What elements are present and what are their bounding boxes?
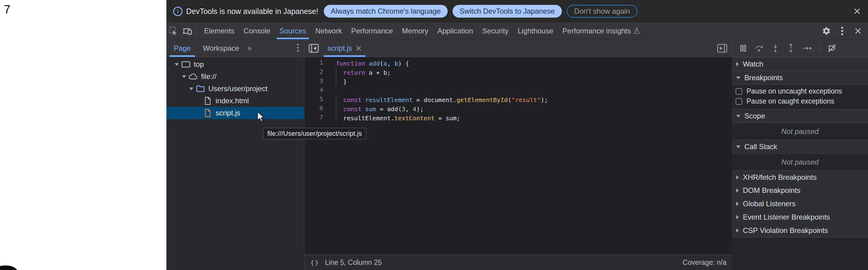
main-tab-lighthouse[interactable]: Lighthouse xyxy=(513,23,558,39)
code-line xyxy=(336,86,548,95)
section-event-listener-breakpoints[interactable]: Event Listener Breakpoints xyxy=(732,210,868,224)
checkbox-unchecked[interactable] xyxy=(736,98,742,105)
main-tab-security[interactable]: Security xyxy=(478,23,513,39)
indent-guide xyxy=(336,104,343,114)
checkbox-row[interactable]: Pause on uncaught exceptions xyxy=(732,86,868,96)
frame-icon xyxy=(181,61,190,68)
file-tab-label: script.js xyxy=(328,44,352,53)
main-tab-performance[interactable]: Performance xyxy=(346,23,397,39)
main-tab-console[interactable]: Console xyxy=(239,23,275,39)
main-tab-sources[interactable]: Sources xyxy=(275,23,311,39)
hide-navigator-panel-icon[interactable] xyxy=(309,44,319,53)
step-icon[interactable] xyxy=(802,44,812,53)
infobar-button[interactable]: Switch DevTools to Japanese xyxy=(453,5,562,18)
navigator-tab-page[interactable]: Page xyxy=(169,39,195,57)
main-tab-application[interactable]: Application xyxy=(433,23,477,39)
section-label: DOM Breakpoints xyxy=(743,186,800,195)
code-token: = add( xyxy=(376,106,402,113)
main-tab-performance-insights[interactable]: Performance insights xyxy=(558,23,645,39)
main-tab-label: Elements xyxy=(204,27,235,35)
main-tab-label: Performance insights xyxy=(562,27,631,35)
file-navigator-pane: topfile://Users/user/projectindex.htmlsc… xyxy=(166,57,304,270)
tree-item-script-js[interactable]: script.js xyxy=(166,107,304,119)
section-call-stack[interactable]: Call Stack xyxy=(732,140,868,153)
navigator-tab-workspace[interactable]: Workspace xyxy=(198,39,244,57)
pretty-print-icon[interactable]: {} xyxy=(310,259,319,266)
code-line: } xyxy=(336,77,548,86)
inspect-element-icon[interactable] xyxy=(166,23,180,39)
section-watch[interactable]: Watch xyxy=(732,57,868,71)
js-file-icon xyxy=(204,109,211,117)
infobar-close-icon[interactable] xyxy=(852,6,862,16)
section-dom-breakpoints[interactable]: DOM Breakpoints xyxy=(732,184,868,197)
section-scope[interactable]: Scope xyxy=(732,109,868,123)
checkbox-row[interactable]: Pause on caught exceptions xyxy=(732,96,868,106)
code-token: ( xyxy=(380,60,383,67)
code-token: add xyxy=(369,60,380,67)
toolbar-divider xyxy=(197,26,197,35)
code-line: return a + b; xyxy=(336,68,548,77)
file-html-wrap xyxy=(202,97,213,105)
infobar-button[interactable]: Always match Chrome's language xyxy=(324,5,448,18)
section-breakpoints[interactable]: Breakpoints xyxy=(732,71,868,84)
step-over-icon[interactable] xyxy=(755,44,764,53)
step-out-icon[interactable] xyxy=(787,44,795,53)
pause-icon[interactable] xyxy=(739,44,747,53)
infobar-japanese: i DevTools is now available in Japanese!… xyxy=(166,0,868,23)
section-label: Call Stack xyxy=(744,143,777,151)
toolbar-right xyxy=(812,23,868,39)
indent-guide xyxy=(336,95,343,104)
step-into-icon[interactable] xyxy=(771,44,779,53)
expand-arrow-icon[interactable] xyxy=(188,87,195,90)
main-tab-elements[interactable]: Elements xyxy=(199,23,239,39)
tree-item-top[interactable]: top xyxy=(166,58,304,70)
line-number: 5 xyxy=(304,95,331,104)
main-tab-label: Application xyxy=(437,27,473,35)
code-line: const sum = add(3, 4); xyxy=(336,104,548,114)
triangle-right-icon xyxy=(736,202,739,206)
section-csp-violation-breakpoints[interactable]: CSP Violation Breakpoints xyxy=(732,224,868,237)
triangle-right-icon xyxy=(736,62,739,66)
main-tab-network[interactable]: Network xyxy=(311,23,346,39)
main-tab-label: Network xyxy=(315,27,342,35)
section-xhr-fetch-breakpoints[interactable]: XHR/fetch Breakpoints xyxy=(732,170,868,184)
more-options-kebab-icon[interactable] xyxy=(835,26,849,36)
checkbox-label: Pause on uncaught exceptions xyxy=(746,87,842,95)
deactivate-breakpoints-icon[interactable] xyxy=(828,44,837,53)
tree-item-Users-user-project[interactable]: Users/user/project xyxy=(166,83,304,95)
tree-item-file-[interactable]: file:// xyxy=(166,70,304,83)
code-editor[interactable]: 1234567 function add(a, b) {return a + b… xyxy=(304,57,732,270)
device-toolbar-icon[interactable] xyxy=(180,23,194,39)
main-tab-memory[interactable]: Memory xyxy=(398,23,433,39)
triangle-down xyxy=(182,75,186,78)
tree-item-label: script.js xyxy=(216,109,240,117)
hide-debugger-panel-icon[interactable] xyxy=(717,44,727,53)
checkbox-unchecked[interactable] xyxy=(736,88,742,95)
code-token: sum xyxy=(365,106,376,113)
navigator-kebab-icon[interactable] xyxy=(297,43,299,53)
code-area[interactable]: function add(a, b) {return a + b;}const … xyxy=(331,57,548,270)
code-token xyxy=(362,96,365,103)
code-token: function xyxy=(336,60,365,67)
line-number: 1 xyxy=(304,59,331,68)
open-file-tab-script-js[interactable]: script.js xyxy=(324,39,365,57)
code-token: = sum; xyxy=(435,115,460,122)
more-tabs-chevron[interactable]: » xyxy=(244,39,255,57)
sources-content: topfile://Users/user/projectindex.htmlsc… xyxy=(166,57,868,270)
folder-icon xyxy=(196,85,205,93)
triangle-right-icon xyxy=(736,188,739,192)
close-tab-icon[interactable] xyxy=(355,45,362,51)
infobar-button[interactable]: Don't show again xyxy=(567,5,638,18)
cloud-icon xyxy=(188,73,198,80)
close-devtools-icon[interactable] xyxy=(851,27,865,35)
settings-gear-icon[interactable] xyxy=(819,26,833,35)
expand-arrow-icon[interactable] xyxy=(180,75,188,78)
flask-icon xyxy=(633,27,640,35)
section-global-listeners[interactable]: Global Listeners xyxy=(732,197,868,210)
code-token: = document. xyxy=(413,96,457,103)
expand-arrow-icon[interactable] xyxy=(173,63,180,66)
main-tab-label: Console xyxy=(244,27,270,35)
main-tabs: ElementsConsoleSourcesNetworkPerformance… xyxy=(199,23,645,39)
tree-item-index-html[interactable]: index.html xyxy=(166,95,304,107)
code-token: "result" xyxy=(512,96,540,103)
